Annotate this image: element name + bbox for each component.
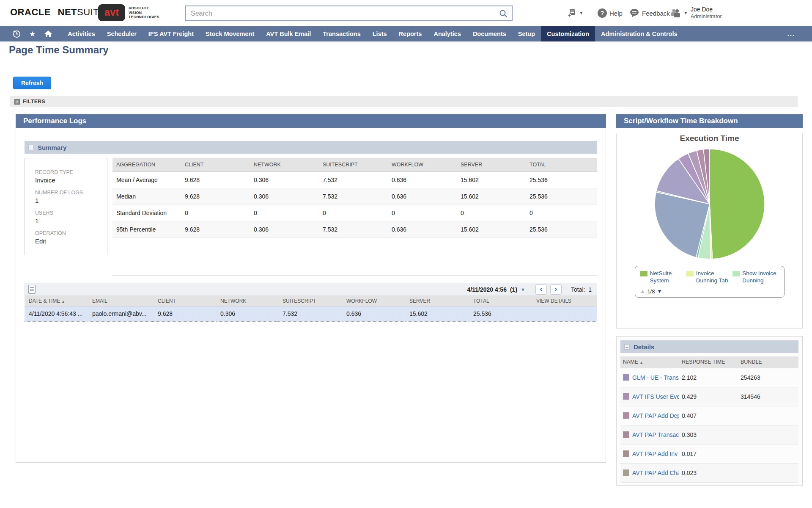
- details-script-link[interactable]: AVT PAP Add Cha: [632, 469, 679, 476]
- nav-item-scheduler[interactable]: Scheduler: [101, 26, 143, 41]
- nav-item-documents[interactable]: Documents: [467, 26, 512, 41]
- details-name-cell: AVT IFS User Eve: [620, 387, 679, 406]
- agg-cell: 95th Percentile: [112, 221, 181, 237]
- agg-cell: 25.536: [526, 188, 597, 204]
- nav-item-administration-controls[interactable]: Administration & Controls: [595, 26, 683, 41]
- breakdown-chart-body: Execution Time NetSuite SystemInvoice Du…: [616, 134, 803, 329]
- log-col-workflow[interactable]: WORKFLOW: [342, 296, 405, 306]
- details-row: GLM - UE - Trans2.102254263: [620, 368, 798, 387]
- details-name-cell: GLM - UE - Trans: [620, 368, 679, 387]
- prev-page-button[interactable]: ‹: [535, 284, 547, 295]
- log-col-client[interactable]: CLIENT: [154, 296, 216, 306]
- details-bundle-cell: [738, 463, 798, 482]
- quick-add-icon: [567, 8, 577, 18]
- nav-item-lists[interactable]: Lists: [367, 26, 393, 41]
- nav-item-transactions[interactable]: Transactions: [317, 26, 366, 41]
- log-col-suitescript[interactable]: SUITESCRIPT: [278, 296, 342, 306]
- legend-label: Invoice Dunning Tab: [696, 270, 732, 284]
- user-role: Administrator: [691, 14, 722, 20]
- details-script-link[interactable]: AVT PAP Add Dep: [632, 412, 679, 419]
- execution-time-pie-chart: [653, 148, 766, 260]
- home-icon[interactable]: [44, 30, 52, 38]
- export-document-icon[interactable]: [28, 285, 36, 294]
- details-bundle-cell: 314546: [738, 387, 798, 406]
- details-title: Details: [634, 343, 654, 351]
- user-icon: [669, 8, 681, 19]
- logs-pagination: 4/11/2020 4:56 (1) ▼ ‹ › Total: 1: [467, 284, 593, 295]
- header-divider: [591, 4, 591, 22]
- pagination-count: (1): [510, 286, 517, 293]
- filters-toggle[interactable]: + FILTERS: [10, 96, 798, 107]
- nav-item-ifs-avt-freight[interactable]: IFS AVT Freight: [143, 26, 200, 41]
- details-swatch-icon: [623, 393, 629, 400]
- details-response-cell: 0.023: [679, 463, 738, 482]
- details-collapse-minus-icon[interactable]: –: [624, 344, 630, 350]
- legend-prev-icon[interactable]: ▲: [640, 288, 645, 294]
- details-script-link[interactable]: AVT PAP Add Inv: [632, 450, 678, 457]
- legend-item-netsuite-system[interactable]: NetSuite System: [640, 270, 686, 284]
- agg-col-total: TOTAL: [526, 158, 597, 171]
- log-col-server[interactable]: SERVER: [405, 296, 469, 306]
- details-script-link[interactable]: AVT IFS User Eve: [632, 393, 679, 400]
- agg-row-95th-percentile: 95th Percentile9.6280.3067.5320.63615.60…: [112, 221, 597, 237]
- nav-icon-group: ★: [0, 26, 62, 41]
- log-col-date-time[interactable]: DATE & TIME ▲: [25, 296, 88, 306]
- log-cell: 7.532: [278, 306, 342, 321]
- chart-legend: NetSuite SystemInvoice Dunning TabShow I…: [635, 266, 785, 298]
- nav-item-setup[interactable]: Setup: [512, 26, 541, 41]
- log-col-total[interactable]: TOTAL: [469, 296, 532, 306]
- details-col-bundle[interactable]: BUNDLE: [738, 356, 798, 368]
- summary-info: RECORD TYPEInvoiceNUMBER OF LOGS1USERS1O…: [25, 158, 107, 255]
- nav-item-stock-movement[interactable]: Stock Movement: [200, 26, 260, 41]
- pagination-dropdown-icon[interactable]: ▼: [521, 287, 525, 292]
- log-col-view-details[interactable]: VIEW DETAILS: [532, 296, 597, 306]
- log-row[interactable]: 4/11/2020 4:56:43 ...paolo.ermani@abv...…: [25, 306, 597, 321]
- details-table: NAME ▲RESPONSE TIMEBUNDLE GLM - UE - Tra…: [620, 356, 798, 483]
- help-button[interactable]: ? Help: [598, 0, 623, 26]
- details-script-link[interactable]: AVT PAP Transac: [632, 431, 679, 438]
- details-script-link[interactable]: GLM - UE - Trans: [632, 374, 679, 381]
- details-name-cell: AVT PAP Transac: [620, 425, 679, 444]
- nav-more-button[interactable]: ...: [782, 26, 801, 41]
- details-col-response-time[interactable]: RESPONSE TIME: [679, 356, 738, 368]
- collapse-minus-icon[interactable]: –: [28, 145, 34, 150]
- feedback-button[interactable]: Feedback: [629, 0, 670, 26]
- recent-records-icon[interactable]: [13, 30, 21, 38]
- legend-swatch-icon: [686, 271, 694, 276]
- help-icon: ?: [598, 8, 607, 18]
- legend-item-invoice-dunning-tab[interactable]: Invoice Dunning Tab: [686, 270, 732, 284]
- shortcuts-star-icon[interactable]: ★: [29, 30, 36, 38]
- refresh-button[interactable]: Refresh: [13, 77, 51, 89]
- quick-add-control[interactable]: ▼: [567, 0, 583, 26]
- agg-cell: 0: [526, 204, 597, 221]
- legend-swatch-icon: [732, 271, 740, 276]
- legend-next-icon[interactable]: ▼: [657, 288, 662, 294]
- log-cell: 0.306: [216, 306, 278, 321]
- agg-cell: 0: [388, 204, 457, 221]
- details-row: AVT IFS User Eve0.429314546: [620, 387, 798, 406]
- nav-item-avt-bulk-email[interactable]: AVT Bulk Email: [260, 26, 317, 41]
- total-value: 1: [588, 286, 592, 293]
- nav-item-analytics[interactable]: Analytics: [428, 26, 466, 41]
- next-page-button[interactable]: ›: [550, 284, 562, 295]
- legend-items: NetSuite SystemInvoice Dunning TabShow I…: [640, 270, 779, 284]
- user-menu[interactable]: ▼: [669, 0, 688, 26]
- aggregation-table-wrap: AGGREGATIONCLIENTNETWORKSUITESCRIPTWORKF…: [112, 158, 597, 276]
- log-col-email[interactable]: EMAIL: [88, 296, 154, 306]
- agg-col-network: NETWORK: [250, 158, 319, 171]
- performance-logs-body: – Summary RECORD TYPEInvoiceNUMBER OF LO…: [16, 128, 606, 463]
- aggregation-header-row: AGGREGATIONCLIENTNETWORKSUITESCRIPTWORKF…: [112, 158, 597, 171]
- feedback-label: Feedback: [642, 10, 670, 17]
- nav-item-activities[interactable]: Activities: [62, 26, 101, 41]
- details-panel: – Details NAME ▲RESPONSE TIMEBUNDLE GLM …: [616, 336, 803, 486]
- pie-slice-netsuite-system[interactable]: [710, 149, 765, 259]
- details-body: GLM - UE - Trans2.102254263AVT IFS User …: [620, 368, 798, 482]
- legend-item-show-invoice-dunning[interactable]: Show Invoice Dunning: [732, 270, 779, 284]
- nav-item-customization[interactable]: Customization: [541, 26, 595, 41]
- log-col-network[interactable]: NETWORK: [216, 296, 278, 306]
- nav-item-reports[interactable]: Reports: [393, 26, 428, 41]
- search-icon[interactable]: [499, 9, 508, 18]
- details-col-name[interactable]: NAME ▲: [620, 356, 679, 368]
- details-name-cell: AVT PAP Add Cha: [620, 463, 679, 482]
- search-input[interactable]: [186, 10, 499, 17]
